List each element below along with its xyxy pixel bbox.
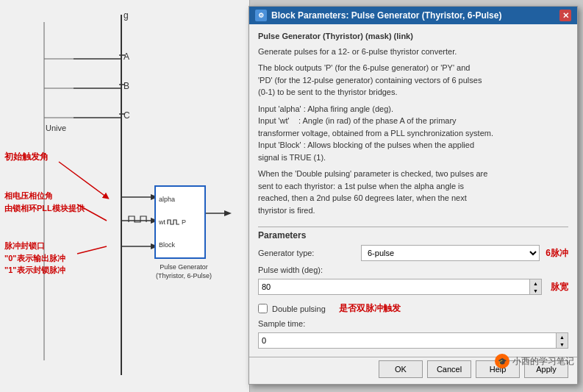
double-pulsing-row: Double pulsing 是否双脉冲触发 — [258, 302, 568, 315]
watermark-text: 小西的学习笔记 — [512, 355, 574, 368]
svg-marker-14 — [224, 210, 232, 216]
sample-time-row: Sample time: — [258, 319, 568, 328]
generator-type-row: Generator type: 6-pulse 12-pulse 6脉冲 — [258, 245, 568, 261]
annotation-pulsewidth: 脉宽 — [551, 281, 568, 293]
desc-line-5: When the 'Double pulsing' parameter is c… — [258, 168, 568, 216]
simulink-diagram-area: A B C g Unive alpha wt P Block Pulse Gen… — [0, 0, 250, 392]
pulse-generator-block[interactable]: alpha wt P Block — [154, 185, 206, 259]
annotation-6pulse: 6脉冲 — [546, 247, 568, 260]
sample-time-input-wrapper: ▲ ▼ — [258, 332, 568, 349]
pulse-width-label: Pulse width (deg): — [258, 266, 361, 274]
sample-time-spinner[interactable]: ▲ ▼ — [556, 333, 568, 348]
cancel-button[interactable]: Cancel — [427, 360, 471, 378]
svg-line-21 — [77, 246, 107, 254]
annotation-pll: 相电压相位角由锁相环PLL模块提供 — [4, 190, 85, 214]
dialog-titlebar: ⚙ Block Parameters: Pulse Generator (Thy… — [249, 7, 577, 24]
block-port-wt: wt P — [159, 218, 201, 226]
sample-time-spinner-up[interactable]: ▲ — [557, 333, 568, 341]
pulse-width-input[interactable] — [259, 282, 529, 291]
dialog-close-button[interactable]: ✕ — [559, 10, 571, 21]
sample-time-input[interactable] — [259, 336, 556, 345]
block-name-label: Pulse Generator(Thyristor, 6-Pulse) — [140, 263, 228, 280]
annotation-block: 脉冲封锁口"0"表示输出脉冲"1"表示封锁脉冲 — [4, 240, 65, 277]
bus-label: Unive — [46, 124, 66, 132]
dialog-title: Block Parameters: Pulse Generator (Thyri… — [271, 10, 501, 21]
block-port-alpha: alpha — [159, 196, 201, 203]
desc-line-2: Generate pulses for a 12- or 6-pulse thy… — [258, 46, 568, 58]
pulse-width-input-wrapper: ▲ ▼ — [258, 279, 542, 295]
double-pulsing-checkbox[interactable] — [258, 304, 268, 313]
dialog-body: Pulse Generator (Thyristor) (mask) (link… — [249, 24, 577, 357]
pulse-width-input-row: ▲ ▼ 脉宽 — [258, 279, 568, 295]
spinner-up[interactable]: ▲ — [530, 279, 541, 287]
pulse-width-row: Pulse width (deg): — [258, 266, 568, 274]
dialog-description: Pulse Generator (Thyristor) (mask) (link… — [258, 30, 568, 219]
node-g-label: g — [124, 10, 129, 21]
desc-line-4: Input 'alpha' : Alpha firing angle (deg)… — [258, 103, 568, 164]
watermark: 🎓 小西的学习笔记 — [495, 354, 574, 368]
spinner-down[interactable]: ▼ — [530, 287, 541, 294]
node-a-label: A — [124, 51, 129, 62]
double-pulsing-label[interactable]: Double pulsing — [272, 304, 326, 313]
titlebar-left: ⚙ Block Parameters: Pulse Generator (Thy… — [255, 10, 501, 21]
dialog-icon: ⚙ — [255, 10, 267, 21]
node-b-label: B — [124, 81, 129, 91]
desc-line-3: The block outputs 'P' (for the 6-pulse g… — [258, 62, 568, 99]
annotation-alpha: 初始触发角 — [4, 151, 49, 163]
generator-type-select-wrapper: 6-pulse 12-pulse 6脉冲 — [361, 245, 568, 261]
sample-time-input-row: ▲ ▼ — [258, 332, 568, 349]
node-c-label: C — [124, 110, 130, 121]
ok-button[interactable]: OK — [379, 360, 423, 378]
sample-time-label: Sample time: — [258, 319, 361, 328]
sample-time-spinner-down[interactable]: ▼ — [557, 341, 568, 348]
params-section-label: Parameters — [258, 227, 568, 240]
pulse-width-spinner[interactable]: ▲ ▼ — [529, 279, 541, 294]
generator-type-label: Generator type: — [258, 249, 361, 257]
annotation-doublepulse: 是否双脉冲触发 — [339, 302, 401, 315]
watermark-icon: 🎓 — [495, 354, 509, 368]
desc-line-1: Pulse Generator (Thyristor) (mask) (link… — [258, 30, 568, 43]
block-parameters-dialog: ⚙ Block Parameters: Pulse Generator (Thy… — [248, 6, 578, 385]
generator-type-select[interactable]: 6-pulse 12-pulse — [361, 245, 540, 261]
block-port-block: Block — [159, 241, 201, 249]
